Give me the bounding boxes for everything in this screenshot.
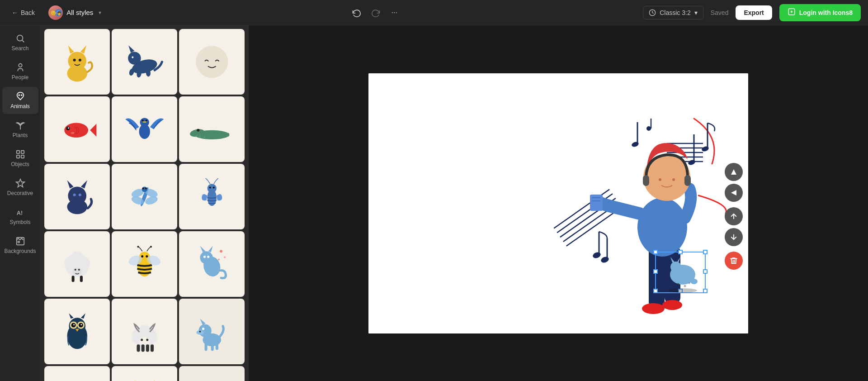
svg-point-82 (200, 251, 212, 264)
panel (41, 25, 249, 381)
sidebar-item-animals[interactable]: Animals (2, 87, 38, 114)
list-item[interactable] (44, 231, 110, 297)
svg-marker-48 (67, 180, 73, 188)
svg-point-86 (207, 256, 209, 258)
svg-marker-92 (69, 313, 73, 319)
sidebar-item-symbols[interactable]: A! Symbols (2, 203, 38, 230)
more-options-button[interactable]: ··· (389, 6, 400, 19)
undo-button[interactable] (349, 5, 363, 20)
list-item[interactable] (112, 231, 177, 297)
svg-marker-23 (80, 45, 86, 53)
list-item[interactable] (44, 164, 110, 229)
svg-rect-119 (211, 343, 213, 351)
svg-rect-14 (16, 155, 19, 158)
topbar: ← Back 😊 👧 All styles ▾ (0, 0, 868, 25)
svg-text:👧: 👧 (57, 11, 61, 15)
list-item[interactable] (179, 29, 245, 95)
svg-point-34 (64, 123, 88, 137)
flip-horizontal-button[interactable] (725, 184, 743, 202)
svg-point-87 (220, 250, 222, 252)
plants-icon (15, 120, 25, 130)
svg-point-106 (141, 338, 143, 341)
svg-rect-165 (590, 195, 603, 211)
ratio-selector[interactable]: Classic 3:2 ▾ (643, 6, 703, 19)
sidebar-label-people: People (12, 74, 28, 81)
list-item[interactable] (179, 96, 245, 162)
list-item[interactable] (179, 366, 245, 381)
redo-button[interactable] (369, 5, 383, 20)
svg-point-104 (138, 325, 151, 338)
svg-point-115 (202, 328, 204, 330)
panel-grid (41, 25, 248, 381)
svg-marker-192 (731, 190, 736, 195)
svg-rect-169 (643, 175, 649, 186)
svg-rect-108 (137, 344, 140, 352)
list-item[interactable] (112, 164, 177, 229)
svg-rect-181 (703, 270, 707, 273)
svg-point-188 (684, 285, 686, 287)
svg-point-33 (196, 46, 228, 78)
svg-text:A!: A! (16, 210, 23, 216)
svg-point-172 (672, 178, 675, 181)
ratio-label: Classic 3:2 (660, 9, 690, 16)
delete-button[interactable] (725, 252, 743, 270)
svg-marker-191 (731, 169, 736, 175)
list-item[interactable] (112, 299, 177, 364)
svg-marker-93 (81, 313, 85, 319)
backgrounds-icon (15, 236, 25, 246)
export-button[interactable]: Export (736, 5, 772, 20)
svg-point-79 (137, 246, 139, 248)
chevron-down-icon: ▾ (99, 10, 101, 16)
svg-point-29 (132, 56, 133, 58)
list-item[interactable] (112, 96, 177, 162)
sidebar-item-search[interactable]: Search (2, 29, 38, 56)
sidebar-item-decorative[interactable]: Decorative (2, 174, 38, 201)
sidebar-item-objects[interactable]: Objects (2, 145, 38, 172)
svg-point-143 (646, 126, 651, 131)
svg-point-63 (213, 186, 215, 188)
svg-marker-49 (81, 180, 87, 188)
svg-point-21 (68, 52, 86, 70)
list-item[interactable] (44, 366, 110, 381)
list-item[interactable] (112, 366, 177, 381)
back-label: Back (21, 9, 35, 16)
svg-point-171 (659, 178, 661, 181)
svg-point-69 (74, 269, 76, 271)
symbols-icon: A! (15, 207, 25, 217)
svg-marker-114 (200, 319, 205, 325)
move-down-button[interactable] (725, 228, 743, 246)
list-item[interactable] (112, 29, 177, 95)
style-selector[interactable]: 😊 👧 All styles ▾ (44, 3, 106, 23)
svg-text:😊: 😊 (52, 11, 56, 15)
list-item[interactable] (179, 299, 245, 364)
sidebar-label-objects: Objects (11, 161, 29, 167)
list-item[interactable] (179, 231, 245, 297)
svg-point-88 (224, 256, 226, 258)
style-avatar: 😊 👧 (48, 5, 63, 20)
login-button[interactable]: Login with Icons8 (779, 4, 861, 21)
svg-point-163 (662, 300, 682, 310)
svg-rect-170 (684, 175, 691, 186)
list-item[interactable] (44, 29, 110, 95)
back-button[interactable]: ← Back (7, 6, 39, 19)
svg-point-9 (19, 64, 22, 67)
svg-marker-16 (16, 179, 24, 187)
svg-marker-83 (200, 246, 205, 252)
svg-rect-178 (679, 250, 682, 254)
sidebar-item-plants[interactable]: Plants (2, 116, 38, 143)
svg-point-189 (689, 282, 690, 284)
flip-vertical-button[interactable] (725, 163, 743, 181)
list-item[interactable] (179, 164, 245, 229)
objects-icon (15, 149, 25, 159)
svg-rect-180 (654, 270, 657, 273)
move-up-button[interactable] (725, 207, 743, 225)
sidebar-label-search: Search (11, 45, 28, 52)
main-area: Search People Animals (0, 25, 868, 381)
sidebar-label-symbols: Symbols (9, 219, 30, 225)
svg-point-37 (68, 127, 69, 129)
canvas[interactable] (368, 73, 748, 333)
sidebar-item-people[interactable]: People (2, 58, 38, 85)
sidebar-item-backgrounds[interactable]: Backgrounds (2, 232, 38, 259)
list-item[interactable] (44, 299, 110, 364)
list-item[interactable] (44, 96, 110, 162)
